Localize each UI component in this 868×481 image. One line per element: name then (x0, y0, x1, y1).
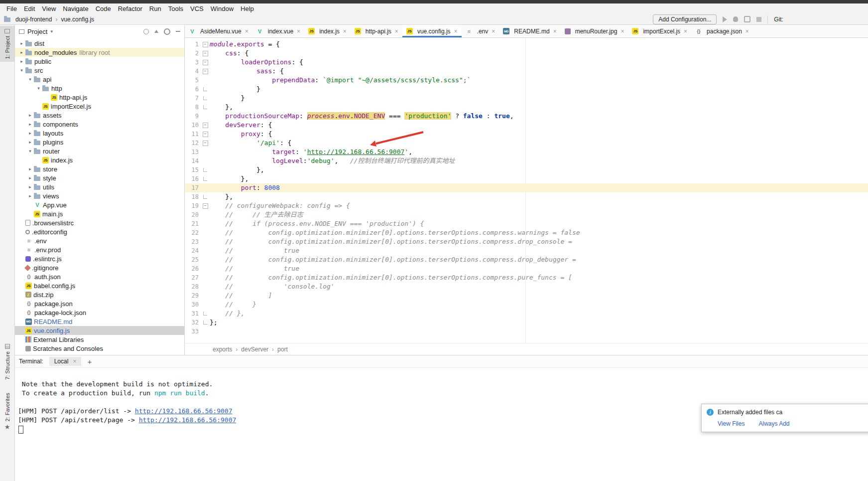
editor-tab-importexcel-js[interactable]: JSimportExcel.js× (628, 25, 691, 37)
tree-item-vue-config-js[interactable]: JSvue.config.js (15, 326, 184, 335)
debug-icon[interactable] (733, 16, 738, 22)
fold-end-icon[interactable] (203, 177, 207, 181)
tree-item-package-lock-json[interactable]: {}package-lock.json (15, 308, 184, 317)
git-branch-label[interactable]: Git: (774, 16, 783, 23)
chevron-right-icon[interactable]: ▸ (18, 50, 25, 55)
tree-item-http-api-js[interactable]: JShttp-api.js (15, 93, 184, 102)
fold-collapse-icon[interactable]: − (203, 69, 208, 74)
fold-marker[interactable]: − (201, 130, 210, 139)
fold-marker[interactable] (201, 174, 210, 183)
fold-collapse-icon[interactable]: − (203, 132, 208, 137)
fold-marker[interactable] (201, 309, 210, 318)
fold-collapse-icon[interactable]: − (203, 123, 208, 128)
fold-end-icon[interactable] (203, 105, 207, 109)
fold-marker[interactable]: − (201, 121, 210, 130)
fold-end-icon[interactable] (203, 312, 207, 316)
fold-marker[interactable]: − (201, 58, 210, 67)
terminal-tab-local[interactable]: Local × (49, 357, 82, 366)
fold-end-icon[interactable] (203, 321, 207, 324)
fold-end-icon[interactable] (203, 87, 207, 91)
tree-item-index-js[interactable]: JSindex.js (15, 156, 184, 164)
chevron-down-icon[interactable]: ▾ (26, 77, 34, 82)
tool-button-7-structure[interactable]: 7: Structure (0, 341, 14, 383)
stop-icon[interactable] (756, 17, 761, 22)
editor-tab-asidemenu-vue[interactable]: VAsideMenu.vue× (185, 25, 252, 37)
menu-item-file[interactable]: File (3, 5, 20, 12)
chevron-right-icon[interactable]: ▸ (26, 175, 34, 180)
tree-item-layouts[interactable]: ▸layouts (15, 129, 184, 138)
fold-marker[interactable] (201, 318, 210, 327)
menu-item-navigate[interactable]: Navigate (59, 5, 92, 12)
menu-item-edit[interactable]: Edit (20, 5, 38, 12)
tree-item-readme-md[interactable]: MDREADME.md (15, 317, 184, 326)
menu-item-code[interactable]: Code (92, 5, 115, 12)
editor-tab-vue-config-js[interactable]: JSvue.config.js× (402, 25, 462, 37)
chevron-right-icon[interactable]: ▸ (26, 184, 34, 189)
tree-item-plugins[interactable]: ▸plugins (15, 138, 184, 147)
menu-item-window[interactable]: Window (207, 5, 237, 12)
close-icon[interactable]: × (73, 358, 76, 365)
chevron-right-icon[interactable]: ▸ (26, 113, 34, 118)
close-icon[interactable]: × (492, 28, 495, 35)
tree-item-assets[interactable]: ▸assets (15, 111, 184, 120)
tree-item-dist[interactable]: ▸dist (15, 39, 184, 48)
tree-item-main-js[interactable]: JSmain.js (15, 209, 184, 218)
fold-marker[interactable] (201, 94, 210, 103)
fold-marker[interactable]: − (201, 49, 210, 58)
chevron-right-icon[interactable]: ▸ (18, 59, 25, 64)
close-icon[interactable]: × (343, 28, 347, 35)
editor-tab-env[interactable]: ≡.env× (462, 25, 499, 37)
close-icon[interactable]: × (297, 28, 300, 35)
close-icon[interactable]: × (245, 28, 248, 35)
tree-item-env[interactable]: ≡.env (15, 236, 184, 245)
tree-item-utils[interactable]: ▸utils (15, 182, 184, 191)
chevron-right-icon[interactable]: ▸ (26, 122, 34, 127)
editor-tab-menurouter-jpg[interactable]: menuRouter.jpg× (561, 25, 628, 37)
menu-item-tools[interactable]: Tools (165, 5, 187, 12)
editor-tab-index-vue[interactable]: Vindex.vue× (252, 25, 304, 37)
editor-tab-http-api-js[interactable]: JShttp-api.js× (351, 25, 402, 37)
breadcrumb-project[interactable]: duoji-frontend (15, 16, 52, 23)
code-editor[interactable]: 1−module.exports = {2− css: {3− loaderOp… (185, 38, 868, 343)
locate-file-icon[interactable] (143, 29, 149, 34)
menu-item-help[interactable]: Help (237, 5, 257, 12)
editor-tab-readme-md[interactable]: MDREADME.md× (499, 25, 560, 37)
breadcrumb-item-devserver[interactable]: devServer (241, 346, 268, 353)
new-terminal-button[interactable]: + (87, 357, 92, 366)
tree-item-scratches-and-consoles[interactable]: Scratches and Consoles (15, 344, 184, 353)
tree-item-auth-json[interactable]: {}auth.json (15, 272, 184, 281)
fold-end-icon[interactable] (203, 96, 207, 100)
fold-end-icon[interactable] (203, 195, 207, 199)
view-files-link[interactable]: View Files (718, 420, 744, 427)
menu-item-view[interactable]: View (38, 5, 59, 12)
gear-icon[interactable] (164, 28, 170, 35)
tree-item-public[interactable]: ▸public (15, 57, 184, 66)
chevron-down-icon[interactable]: ▾ (50, 29, 53, 34)
tree-item-src[interactable]: ▾src (15, 66, 184, 75)
terminal-link[interactable]: http://192.168.66.56:9007 (139, 416, 237, 424)
terminal-link[interactable]: http://192.168.66.56:9007 (135, 407, 233, 415)
add-configuration-button[interactable]: Add Configuration... (653, 14, 717, 24)
chevron-right-icon[interactable]: ▸ (26, 166, 34, 171)
fold-marker[interactable] (201, 103, 210, 112)
tool-button-1-project[interactable]: 1: Project (0, 26, 14, 62)
chevron-down-icon[interactable]: ▾ (26, 149, 34, 154)
close-icon[interactable]: × (454, 28, 458, 35)
tree-item-http[interactable]: ▾http (15, 84, 184, 93)
fold-marker[interactable] (201, 165, 210, 174)
tree-item-api[interactable]: ▾api (15, 75, 184, 84)
close-icon[interactable]: × (395, 28, 398, 35)
tree-item-router[interactable]: ▾router (15, 147, 184, 156)
tree-item-package-json[interactable]: {}package.json (15, 299, 184, 308)
fold-marker[interactable]: − (201, 201, 210, 210)
close-icon[interactable]: × (684, 28, 687, 35)
tree-item-app-vue[interactable]: VApp.vue (15, 200, 184, 209)
close-icon[interactable]: × (620, 28, 624, 35)
editor-tab-package-json[interactable]: {}package.json× (691, 25, 753, 37)
tool-button-2-favorites[interactable]: 2: Favorites★ (0, 390, 14, 433)
chevron-down-icon[interactable]: ▾ (35, 86, 42, 91)
fold-collapse-icon[interactable]: − (203, 141, 208, 146)
tree-item-dist-zip[interactable]: Zdist.zip (15, 290, 184, 299)
fold-collapse-icon[interactable]: − (203, 203, 208, 209)
tree-item-gitignore[interactable]: .gitignore (15, 263, 184, 272)
